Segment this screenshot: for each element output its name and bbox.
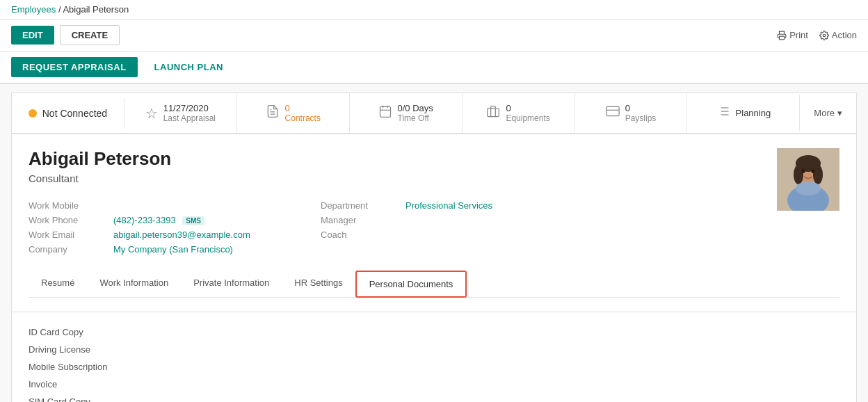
stat-planning[interactable]: Planning [687, 95, 800, 131]
avatar-image [777, 148, 839, 211]
stat-planning-label: Planning [736, 108, 771, 118]
work-email-value[interactable]: abigail.peterson39@example.com [113, 230, 250, 240]
request-appraisal-button[interactable]: REQUEST APPRAISAL [11, 57, 138, 77]
print-icon [777, 31, 787, 40]
star-icon: ☆ [145, 105, 158, 122]
work-phone-row: Work Phone (482)-233-3393 SMS [29, 213, 293, 227]
connection-dot-icon [29, 109, 37, 118]
gear-icon [819, 31, 829, 40]
company-value[interactable]: My Company (San Francisco) [113, 244, 233, 255]
stat-payslips-count: 0 [625, 103, 657, 113]
doc-invoice[interactable]: Invoice [29, 376, 839, 393]
work-phone-label: Work Phone [29, 215, 105, 225]
svg-rect-4 [380, 106, 390, 117]
employee-info-grid: Work Mobile Work Phone (482)-233-3393 SM… [29, 198, 585, 257]
stat-contracts[interactable]: 0 Contracts [237, 93, 350, 133]
employee-name: Abigail Peterson [29, 148, 839, 170]
stat-contracts-count: 0 [285, 103, 321, 113]
coach-label: Coach [321, 230, 397, 240]
planning-icon [716, 104, 730, 122]
toolbar-actions: Print Action [777, 30, 857, 40]
employee-avatar [777, 148, 839, 211]
breadcrumb-current: Abigail Peterson [63, 4, 129, 15]
stat-equipments[interactable]: 0 Equipments [463, 93, 575, 133]
company-label: Company [29, 244, 105, 255]
department-value[interactable]: Professional Services [405, 200, 492, 211]
svg-rect-9 [606, 106, 618, 115]
stat-appraisal-label: Last Appraisal [163, 113, 216, 123]
work-email-label: Work Email [29, 230, 105, 240]
svg-rect-0 [780, 36, 785, 40]
department-row: Department Professional Services [321, 198, 585, 213]
action-button[interactable]: Action [819, 30, 857, 40]
stat-connected-label: Not Connected [42, 108, 107, 119]
svg-point-24 [812, 169, 815, 173]
stat-equipments-count: 0 [506, 103, 549, 113]
work-mobile-row: Work Mobile [29, 198, 293, 213]
tab-work-information[interactable]: Work Information [87, 271, 181, 298]
stat-more[interactable]: More ▾ [800, 98, 856, 128]
employee-form: Abigail Peterson Consultant Work Mobile … [11, 134, 857, 312]
tabs-bar: Resumé Work Information Private Informat… [29, 271, 839, 298]
manager-row: Manager [321, 213, 585, 227]
svg-point-23 [802, 169, 805, 173]
manager-label: Manager [321, 215, 397, 225]
stat-connected[interactable]: Not Connected [12, 98, 124, 129]
tab-private-information[interactable]: Private Information [181, 271, 282, 298]
right-info-column: Department Professional Services Manager… [321, 198, 585, 257]
stats-bar: Not Connected ☆ 11/27/2020 Last Appraisa… [11, 93, 857, 134]
company-row: Company My Company (San Francisco) [29, 242, 293, 257]
employee-photo[interactable] [777, 148, 839, 211]
documents-section: ID Card Copy Driving License Mobile Subs… [11, 312, 857, 402]
breadcrumb: Employees / Abigail Peterson [0, 0, 868, 19]
payslips-icon [606, 104, 620, 122]
doc-driving-license[interactable]: Driving License [29, 341, 839, 358]
stat-timeoff-value: 0/0 Days [398, 103, 433, 113]
doc-id-card-copy[interactable]: ID Card Copy [29, 323, 839, 341]
work-phone-value: (482)-233-3393 SMS [113, 215, 204, 225]
action-bar: REQUEST APPRAISAL LAUNCH PLAN [0, 51, 868, 84]
stat-timeoff-label: Time Off [398, 113, 433, 123]
svg-rect-8 [488, 108, 499, 117]
doc-sim-card-copy[interactable]: SIM Card Copy [29, 393, 839, 402]
tab-hr-settings[interactable]: HR Settings [282, 271, 355, 298]
stat-equipments-label: Equipments [506, 113, 549, 123]
work-email-row: Work Email abigail.peterson39@example.co… [29, 227, 293, 242]
svg-point-25 [796, 182, 821, 195]
tab-personal-documents[interactable]: Personal Documents [355, 271, 467, 298]
sms-badge[interactable]: SMS [182, 216, 204, 225]
breadcrumb-parent[interactable]: Employees [11, 4, 56, 15]
print-button[interactable]: Print [777, 30, 808, 40]
coach-row: Coach [321, 227, 585, 242]
edit-button[interactable]: EDIT [11, 26, 54, 45]
stat-contracts-label: Contracts [285, 113, 321, 123]
launch-plan-button[interactable]: LAUNCH PLAN [143, 57, 234, 77]
more-label: More [814, 108, 835, 118]
doc-mobile-subscription[interactable]: Mobile Subscription [29, 358, 839, 376]
left-info-column: Work Mobile Work Phone (482)-233-3393 SM… [29, 198, 293, 257]
contracts-icon [266, 104, 280, 122]
stat-appraisal[interactable]: ☆ 11/27/2020 Last Appraisal [124, 93, 237, 133]
calendar-icon [378, 104, 392, 122]
employee-job-title: Consultant [29, 172, 839, 184]
svg-point-21 [794, 165, 803, 184]
svg-point-1 [823, 34, 826, 37]
stat-payslips-label: Payslips [625, 113, 657, 123]
equipment-icon [486, 104, 500, 122]
create-button[interactable]: CREATE [60, 25, 120, 45]
more-chevron-icon: ▾ [837, 108, 842, 118]
department-label: Department [321, 200, 397, 211]
svg-point-22 [813, 165, 823, 184]
work-mobile-label: Work Mobile [29, 200, 105, 211]
stat-timeoff[interactable]: 0/0 Days Time Off [350, 93, 463, 133]
toolbar: EDIT CREATE Print Action [0, 19, 868, 51]
stat-payslips[interactable]: 0 Payslips [575, 93, 688, 133]
stat-appraisal-date: 11/27/2020 [163, 103, 216, 113]
tab-resume[interactable]: Resumé [29, 271, 87, 298]
